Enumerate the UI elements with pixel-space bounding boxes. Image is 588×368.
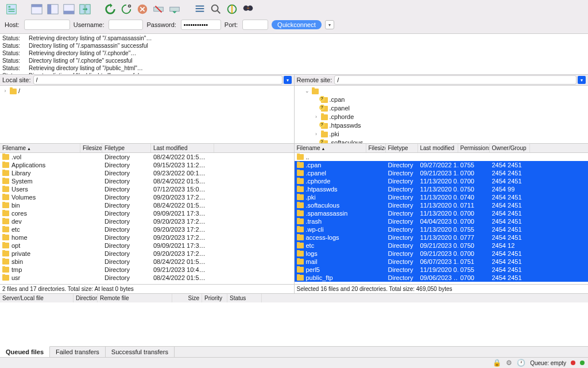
local-site-dropdown[interactable]: ▾ [284, 76, 292, 84]
col-filetype[interactable]: Filetype [102, 144, 151, 152]
disconnect-button[interactable] [152, 2, 165, 16]
qcol-priority[interactable]: Priority [202, 294, 227, 302]
qcol-status[interactable]: Status [227, 294, 262, 302]
tab-failed[interactable]: Failed transfers [50, 347, 106, 357]
table-row[interactable]: homeDirectory09/20/2023 17:2… [0, 233, 294, 241]
col-filesize[interactable]: Filesize [80, 144, 102, 152]
tree-row[interactable]: .htpasswds [297, 121, 586, 130]
remote-site-path-input[interactable] [334, 75, 577, 85]
remote-site-dropdown[interactable]: ▾ [578, 76, 586, 84]
local-file-list[interactable]: .volDirectory08/24/2022 01:5…Application… [0, 153, 294, 284]
quickconnect-button[interactable]: Quickconnect [272, 20, 322, 29]
table-row[interactable]: SystemDirectory08/24/2022 01:5… [0, 177, 294, 185]
port-input[interactable] [242, 20, 268, 30]
table-row[interactable]: mailDirectory06/07/2023 1…07512454 2451 [295, 258, 589, 266]
find-button[interactable] [241, 2, 255, 16]
table-row[interactable]: coresDirectory09/09/2021 17:3… [0, 209, 294, 217]
table-row[interactable]: UsersDirectory07/12/2023 15:0… [0, 185, 294, 193]
folder-icon [297, 227, 304, 232]
folder-icon [297, 194, 304, 200]
tree-row[interactable]: ⌄ [297, 87, 586, 95]
col-permissions[interactable]: Permissions [458, 144, 490, 152]
remote-tree[interactable]: ⌄.cpan.cpanel›.cphorde.htpasswds›.pki.so… [294, 86, 589, 143]
table-row[interactable]: devDirectory09/20/2023 17:2… [0, 217, 294, 225]
table-row[interactable]: optDirectory09/09/2021 17:3… [0, 241, 294, 250]
site-manager-button[interactable] [5, 2, 18, 16]
quickconnect-history-dropdown[interactable]: ▾ [325, 20, 334, 29]
table-row[interactable]: logsDirectory09/21/2023 0…07002454 2451 [295, 250, 589, 258]
password-input[interactable] [181, 20, 221, 30]
reconnect-button[interactable] [168, 2, 181, 16]
col-filesize[interactable]: Filesize [366, 144, 386, 152]
tree-row[interactable]: ›.pki [297, 130, 586, 139]
table-row[interactable]: etcDirectory09/21/2023 0…07502454 12 [295, 241, 589, 250]
remote-file-list[interactable]: ...cpanDirectory09/27/2022 1…07552454 24… [294, 153, 589, 284]
table-row[interactable]: privateDirectory09/20/2023 17:2… [0, 250, 294, 258]
table-row[interactable]: etcDirectory09/20/2023 17:2… [0, 225, 294, 233]
qcol-remote[interactable]: Remote file [98, 294, 172, 302]
table-row[interactable]: .cpanDirectory09/27/2022 1…07552454 2451 [295, 161, 589, 169]
tree-row[interactable]: .softaculous [297, 139, 586, 143]
process-queue-button[interactable] [119, 2, 133, 16]
table-row[interactable]: .volDirectory08/24/2022 01:5… [0, 153, 294, 161]
search-button[interactable] [209, 2, 223, 16]
table-row[interactable]: usrDirectory08/24/2022 01:5… [0, 274, 294, 282]
table-row[interactable]: .cphordeDirectory11/13/2020 0…07002454 2… [295, 177, 589, 185]
table-row[interactable]: access-logsDirectory11/13/2020 0…0777245… [295, 233, 589, 241]
gear-icon[interactable]: ⚙ [506, 359, 512, 367]
table-row[interactable]: VolumesDirectory09/20/2023 17:2… [0, 193, 294, 201]
cell-filetype: Directory [386, 226, 418, 233]
table-row[interactable]: LibraryDirectory09/23/2022 00:1… [0, 169, 294, 177]
tree-row[interactable]: ›/ [2, 87, 292, 95]
cell-filename: access-logs [306, 234, 339, 241]
table-row[interactable]: .softaculousDirectory11/13/2020 0…071124… [295, 201, 589, 209]
col-owner[interactable]: Owner/Group [490, 144, 530, 152]
table-row[interactable]: perl5Directory11/19/2020 0…07552454 2451 [295, 266, 589, 274]
table-row[interactable]: .wp-cliDirectory11/13/2020 0…07552454 24… [295, 225, 589, 233]
col-filetype[interactable]: Filetype [386, 144, 418, 152]
cell-filename: Applications [11, 162, 45, 168]
host-input[interactable] [24, 20, 70, 30]
cell-filename: public_ftp [306, 274, 333, 281]
qcol-size[interactable]: Size [172, 294, 202, 302]
cell-permissions: 0751 [458, 258, 490, 265]
local-site-path-input[interactable] [33, 75, 283, 85]
toggle-tree-button[interactable] [46, 2, 60, 16]
svg-rect-1 [9, 6, 11, 8]
cancel-button[interactable] [136, 2, 149, 16]
col-filename[interactable]: Filename [0, 144, 80, 152]
toggle-log-button[interactable] [30, 2, 44, 16]
qcol-serverlocal[interactable]: Server/Local file [0, 294, 74, 302]
table-row[interactable]: ApplicationsDirectory09/15/2023 11:2… [0, 161, 294, 169]
filter-button[interactable] [193, 2, 207, 16]
table-row[interactable]: tmpDirectory09/21/2023 10:4… [0, 266, 294, 274]
table-row[interactable]: sbinDirectory08/24/2022 01:5… [0, 258, 294, 266]
queue-body[interactable] [0, 302, 588, 346]
table-row[interactable]: .spamassassinDirectory11/13/2020 0…07002… [295, 209, 589, 217]
table-row[interactable]: binDirectory08/24/2022 01:5… [0, 201, 294, 209]
col-filename[interactable]: Filename [295, 144, 366, 152]
compare-button[interactable] [225, 2, 239, 16]
tree-row[interactable]: .cpanel [297, 104, 586, 113]
table-row[interactable]: .trashDirectory04/04/2023 0…07002454 245… [295, 217, 589, 225]
local-tree[interactable]: ›/ [0, 86, 294, 143]
tree-row[interactable]: .cpan [297, 95, 586, 104]
folder-icon [321, 106, 328, 112]
refresh-button[interactable] [103, 2, 117, 16]
toggle-queue-button[interactable] [62, 2, 76, 16]
sync-browse-button[interactable] [78, 2, 92, 16]
table-row[interactable]: .. [295, 153, 589, 161]
qcol-direction[interactable]: Direction [74, 294, 98, 302]
tab-successful[interactable]: Successful transfers [106, 347, 175, 357]
tree-row[interactable]: ›.cphorde [297, 113, 586, 121]
table-row[interactable]: .cpanelDirectory09/21/2023 1…07002454 24… [295, 169, 589, 177]
col-lastmodified[interactable]: Last modified [151, 144, 214, 152]
table-row[interactable]: .pkiDirectory11/13/2020 0…07402454 2451 [295, 193, 589, 201]
table-row[interactable]: public_ftpDirectory09/06/2023 …07002454 … [295, 274, 589, 282]
cell-filetype: Directory [102, 234, 151, 241]
cell-filename: .vol [11, 154, 21, 160]
username-input[interactable] [109, 20, 143, 30]
col-lastmodified[interactable]: Last modified [418, 144, 458, 152]
table-row[interactable]: .htpasswdsDirectory11/13/2020 0…07502454… [295, 185, 589, 193]
tab-queued[interactable]: Queued files [0, 346, 50, 357]
